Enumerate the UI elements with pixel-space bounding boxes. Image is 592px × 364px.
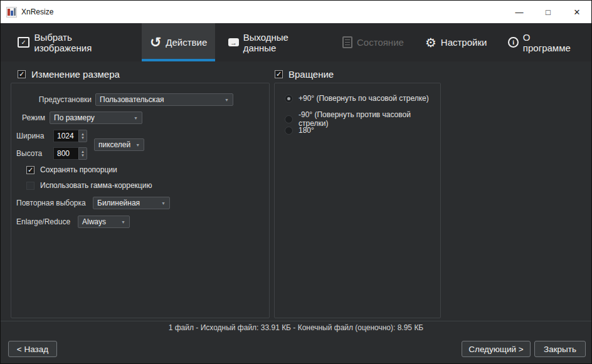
resample-value: Билинейная [97,199,140,207]
rotate-180-radio[interactable]: 180° [285,126,314,135]
spin-down-icon[interactable]: ▼ [81,136,85,140]
back-button[interactable]: < Назад [8,341,57,357]
app-icon [6,7,17,18]
resize-groupbox: Предустановки Пользовательская ▼ Режим П… [11,83,270,318]
tab-settings[interactable]: ⚙ Настройки [417,23,495,61]
status-summary: 1 файл - Исходный файл: 33.91 КБ - Конеч… [1,323,591,332]
width-spinner: ▲ ▼ [53,130,87,142]
rotate-90ccw-radio[interactable]: -90° (Повернуть против часовой стрелки) [285,110,440,128]
resample-dropdown[interactable]: Билинейная ▼ [93,197,170,209]
rotate-90cw-radio[interactable]: +90° (Повернуть по часовой стрелке) [285,94,429,103]
resample-label: Повторная выборка [16,197,86,209]
status-list-icon [342,36,352,48]
chevron-down-icon: ▼ [134,116,138,120]
tab-status: Состояние [334,23,412,61]
gamma-checkbox[interactable]: Использовать гамма-коррекцию [26,181,152,190]
xnresize-window: XnResize — □ ✕ ✓ Выбрать изображения ↺ Д… [0,0,592,364]
resize-section-title: Изменение размера [31,69,120,80]
action-icon: ↺ [150,36,161,49]
gear-icon: ⚙ [425,36,436,49]
keep-ratio-checkbox[interactable]: ✓ Сохранять пропорции [26,165,117,174]
height-spin-buttons[interactable]: ▲ ▼ [78,147,87,160]
info-icon: i [508,37,518,48]
close-button[interactable]: ✕ [563,1,591,23]
mode-label: Режим [16,112,45,124]
tab-about-label: О программе [523,32,578,53]
enlarge-reduce-value: Always [82,217,106,226]
rotate-90cw-radio-button[interactable] [285,95,293,103]
chevron-down-icon: ▼ [135,143,140,147]
title-bar[interactable]: XnResize — □ ✕ [1,1,591,23]
rotate-90cw-label: +90° (Повернуть по часовой стрелке) [299,94,429,103]
rotation-checkbox-box[interactable]: ✓ [275,70,283,78]
select-images-icon: ✓ [18,37,29,48]
width-label: Ширина [16,130,44,142]
width-input[interactable] [53,130,78,142]
output-icon: → [228,38,238,46]
units-value: пикселей [98,140,130,149]
enlarge-reduce-label: Enlarge/Reduce [16,216,70,228]
next-button[interactable]: Следующий > [462,341,531,357]
maximize-button[interactable]: □ [534,1,563,23]
rotation-groupbox: +90° (Повернуть по часовой стрелке) -90°… [274,83,441,318]
presets-label: Предустановки [16,93,92,106]
tab-status-label: Состояние [357,37,404,48]
rotate-90ccw-label: -90° (Повернуть против часовой стрелки) [299,110,440,128]
gamma-checkbox-box[interactable] [26,182,34,190]
tab-about[interactable]: i О программе [500,23,586,61]
chevron-down-icon: ▼ [121,220,125,224]
resize-enable-checkbox[interactable]: ✓ Изменение размера [18,69,120,80]
tab-action-label: Действие [166,37,207,48]
footer-divider [1,321,591,321]
rotate-90ccw-radio-button[interactable] [285,115,293,123]
height-label: Высота [16,147,42,160]
rotate-180-radio-button[interactable] [285,127,293,135]
gamma-label: Использовать гамма-коррекцию [40,181,152,190]
height-spinner: ▲ ▼ [53,147,87,160]
mode-value: По размеру [54,113,95,122]
minimize-button[interactable]: — [505,1,534,23]
tab-output[interactable]: → Выходные данные [220,23,329,61]
window-controls: — □ ✕ [505,1,591,23]
presets-dropdown[interactable]: Пользовательская ▼ [95,93,233,106]
rotation-section-title: Вращение [288,69,334,80]
rotation-enable-checkbox[interactable]: ✓ Вращение [275,69,334,80]
window-title: XnResize [21,8,505,16]
units-dropdown[interactable]: пикселей ▼ [94,138,144,151]
keep-ratio-checkbox-box[interactable]: ✓ [26,166,34,174]
enlarge-reduce-dropdown[interactable]: Always ▼ [78,216,130,228]
presets-value: Пользовательская [100,95,164,104]
rotate-180-label: 180° [299,126,314,135]
tab-settings-label: Настройки [441,37,487,48]
close-wizard-button[interactable]: Закрыть [534,341,586,357]
tab-select-images[interactable]: ✓ Выбрать изображения [9,23,137,61]
width-spin-buttons[interactable]: ▲ ▼ [78,130,87,142]
chevron-down-icon: ▼ [225,98,229,102]
resize-checkbox-box[interactable]: ✓ [18,70,26,78]
height-input[interactable] [53,147,78,160]
tab-bar: ✓ Выбрать изображения ↺ Действие → Выход… [1,23,591,61]
keep-ratio-label: Сохранять пропорции [40,165,117,174]
tab-action[interactable]: ↺ Действие [142,23,215,61]
chevron-down-icon: ▼ [161,201,166,205]
mode-dropdown[interactable]: По размеру ▼ [50,112,142,124]
tab-output-label: Выходные данные [243,32,321,53]
tab-select-images-label: Выбрать изображения [34,32,128,53]
spin-down-icon[interactable]: ▼ [81,153,85,157]
